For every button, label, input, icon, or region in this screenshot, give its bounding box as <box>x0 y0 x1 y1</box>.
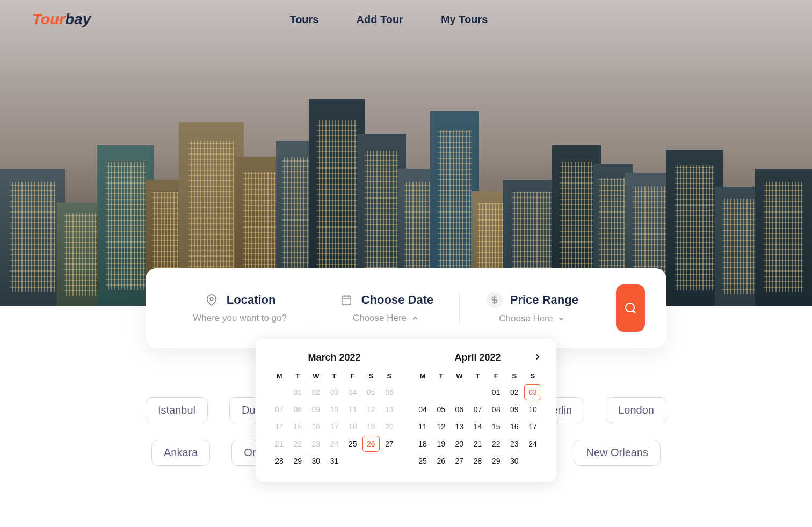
weekday-header: T <box>432 372 450 380</box>
price-title: Price Range <box>510 293 578 307</box>
calendar-day[interactable]: 29 <box>488 453 505 469</box>
calendar-day[interactable]: 12 <box>432 419 450 435</box>
calendar-day: 24 <box>325 436 343 452</box>
price-action-label: Choose Here <box>499 313 553 324</box>
calendar-day: 10 <box>325 401 343 418</box>
calendar-day: 02 <box>307 384 324 400</box>
calendar-day: 09 <box>307 401 324 418</box>
calendar-day[interactable]: 30 <box>506 453 523 469</box>
weekday-header: S <box>363 372 380 380</box>
calendar-day[interactable]: 01 <box>488 384 505 400</box>
logo[interactable]: Tourbay <box>32 11 91 28</box>
calendar-day[interactable]: 31 <box>325 453 343 469</box>
calendar-day: 18 <box>344 419 361 435</box>
calendar-day[interactable]: 06 <box>451 401 468 418</box>
calendar-day[interactable]: 22 <box>488 436 505 452</box>
weekday-header: W <box>451 372 468 380</box>
calendar-day[interactable]: 23 <box>506 436 523 452</box>
month1-weekdays: MTWTFSS <box>271 372 398 380</box>
nav-tours[interactable]: Tours <box>289 13 318 26</box>
weekday-header: T <box>289 372 306 380</box>
hero-section: Tourbay Tours Add Tour My Tours <box>0 0 812 306</box>
calendar-day: 07 <box>271 401 288 418</box>
destination-chip[interactable]: New Orleans <box>574 440 661 466</box>
calendar-day[interactable]: 05 <box>432 401 450 418</box>
search-button[interactable] <box>616 284 645 332</box>
calendar-day[interactable]: 16 <box>506 419 523 435</box>
calendar-day[interactable]: 26 <box>432 453 450 469</box>
location-input[interactable] <box>167 313 313 324</box>
logo-part2: bay <box>65 11 91 27</box>
svg-rect-1 <box>342 296 351 305</box>
calendar-day[interactable]: 13 <box>451 419 468 435</box>
calendar-day[interactable]: 27 <box>451 453 468 469</box>
header: Tourbay Tours Add Tour My Tours <box>0 0 812 39</box>
calendar-day[interactable]: 21 <box>469 436 486 452</box>
month2-title: April 2022 <box>414 352 541 363</box>
calendar-day: 03 <box>325 384 343 400</box>
search-card: Location Choose Date Choose Here Price R… <box>146 268 666 348</box>
next-month-button[interactable] <box>533 352 542 362</box>
month-panel-1: March 2022 MTWTFSS 010203040506070809101… <box>271 352 398 469</box>
nav-add-tour[interactable]: Add Tour <box>357 13 403 26</box>
weekday-header: F <box>488 372 505 380</box>
calendar-day: 15 <box>289 419 306 435</box>
calendar-day[interactable]: 07 <box>469 401 486 418</box>
weekday-header: T <box>325 372 343 380</box>
calendar-day: 17 <box>325 419 343 435</box>
chevron-up-icon <box>411 314 419 323</box>
month2-days: 0102030405060708091011121314151617181920… <box>414 384 541 469</box>
calendar-day[interactable]: 11 <box>414 419 431 435</box>
calendar-day: 14 <box>271 419 288 435</box>
weekday-header: S <box>506 372 523 380</box>
calendar-day[interactable]: 02 <box>506 384 523 400</box>
calendar-day[interactable]: 17 <box>524 419 541 435</box>
calendar-day[interactable]: 03 <box>524 384 541 400</box>
location-pin-icon <box>204 292 219 308</box>
calendar-day[interactable]: 08 <box>488 401 505 418</box>
datepicker-popover: March 2022 MTWTFSS 010203040506070809101… <box>256 339 556 482</box>
calendar-day[interactable]: 09 <box>506 401 523 418</box>
calendar-day: 23 <box>307 436 324 452</box>
calendar-day: 13 <box>381 401 398 418</box>
calendar-day[interactable]: 25 <box>414 453 431 469</box>
calendar-day[interactable]: 20 <box>451 436 468 452</box>
destination-chip[interactable]: Istanbul <box>146 397 208 423</box>
calendar-day[interactable]: 29 <box>289 453 306 469</box>
nav-my-tours[interactable]: My Tours <box>441 13 488 26</box>
calendar-icon <box>339 292 354 308</box>
price-choose-button[interactable]: Choose Here <box>499 313 566 324</box>
calendar-day[interactable]: 10 <box>524 401 541 418</box>
weekday-header: W <box>307 372 324 380</box>
calendar-day[interactable]: 27 <box>381 436 398 452</box>
calendar-day: 22 <box>289 436 306 452</box>
calendar-day: 01 <box>289 384 306 400</box>
calendar-day[interactable]: 30 <box>307 453 324 469</box>
calendar-day[interactable]: 14 <box>469 419 486 435</box>
destination-chip[interactable]: London <box>606 397 666 423</box>
calendar-day[interactable]: 04 <box>414 401 431 418</box>
weekday-header: M <box>414 372 431 380</box>
calendar-day[interactable]: 28 <box>469 453 486 469</box>
svg-point-6 <box>626 303 634 312</box>
calendar-day[interactable]: 18 <box>414 436 431 452</box>
calendar-day: 16 <box>307 419 324 435</box>
calendar-day[interactable]: 24 <box>524 436 541 452</box>
month2-weekdays: MTWTFSS <box>414 372 541 380</box>
chevron-down-icon <box>557 314 566 323</box>
calendar-day[interactable]: 25 <box>344 436 361 452</box>
month1-title: March 2022 <box>271 352 398 363</box>
calendar-day[interactable]: 19 <box>432 436 450 452</box>
calendar-day[interactable]: 28 <box>271 453 288 469</box>
date-choose-button[interactable]: Choose Here <box>353 313 419 324</box>
calendar-day[interactable]: 15 <box>488 419 505 435</box>
month1-days: 0102030405060708091011121314151617181920… <box>271 384 398 469</box>
date-title: Choose Date <box>361 293 433 307</box>
destination-chip[interactable]: Ankara <box>151 440 210 466</box>
svg-line-7 <box>633 311 635 313</box>
weekday-header: F <box>344 372 361 380</box>
calendar-day[interactable]: 26 <box>363 436 380 452</box>
weekday-header: S <box>381 372 398 380</box>
dollar-icon <box>487 292 503 308</box>
calendar-day: 05 <box>363 384 380 400</box>
